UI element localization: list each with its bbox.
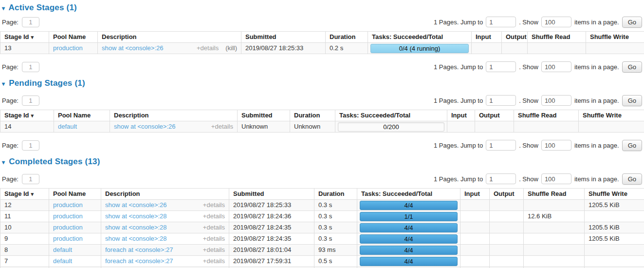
col-header-shuffle-write[interactable]: Shuffle Write bbox=[585, 189, 644, 200]
pending-stages-heading[interactable]: ▾ Pending Stages (1) bbox=[2, 78, 642, 88]
go-button[interactable]: Go bbox=[622, 61, 642, 73]
items-per-page-input[interactable] bbox=[541, 61, 571, 72]
pool-name-link[interactable]: default bbox=[53, 257, 72, 265]
completed-stages-heading[interactable]: ▾ Completed Stages (13) bbox=[2, 157, 642, 167]
pool-name-link[interactable]: default bbox=[58, 123, 77, 130]
items-per-page-input[interactable] bbox=[541, 140, 571, 151]
details-toggle-link[interactable]: +details bbox=[203, 247, 225, 253]
page-number-input[interactable] bbox=[22, 174, 39, 184]
col-header-stage-id[interactable]: Stage Id▾ bbox=[0, 110, 54, 121]
col-header-stage-id[interactable]: Stage Id▾ bbox=[0, 189, 49, 200]
stage-description-link[interactable]: show at <console>:28 bbox=[105, 224, 166, 231]
shuffle-write-cell bbox=[585, 245, 644, 256]
col-header-duration[interactable]: Duration bbox=[290, 110, 335, 121]
go-button[interactable]: Go bbox=[622, 95, 642, 106]
go-button[interactable]: Go bbox=[622, 173, 642, 185]
col-header-shuffle-write[interactable]: Shuffle Write bbox=[579, 110, 644, 121]
details-toggle-link[interactable]: +details bbox=[203, 202, 225, 209]
page-number-input[interactable] bbox=[22, 96, 39, 106]
jump-to-input[interactable] bbox=[486, 61, 516, 72]
input-cell bbox=[460, 245, 490, 256]
submitted-cell: 2019/08/27 18:25:33 bbox=[241, 43, 326, 54]
col-header-shuffle-read[interactable]: Shuffle Read bbox=[514, 110, 579, 121]
items-text: items in a page. bbox=[574, 63, 619, 71]
page-number-input[interactable] bbox=[22, 140, 39, 151]
details-toggle-link[interactable]: +details bbox=[203, 258, 225, 265]
output-cell bbox=[490, 211, 524, 222]
col-header-pool-name[interactable]: Pool Name bbox=[49, 189, 101, 200]
details-toggle-link[interactable]: +details bbox=[203, 224, 225, 231]
items-per-page-input[interactable] bbox=[541, 95, 571, 106]
page-label: Page: bbox=[2, 19, 18, 26]
jump-to-input[interactable] bbox=[486, 95, 516, 106]
items-text: items in a page. bbox=[574, 175, 619, 183]
col-header-output[interactable]: Output bbox=[475, 110, 514, 121]
table-row: 8 default foreach at <console>:27 +detai… bbox=[0, 245, 644, 256]
col-header-output[interactable]: Output bbox=[502, 32, 528, 43]
stage-id-cell: 7 bbox=[0, 256, 49, 267]
col-header-shuffle-read[interactable]: Shuffle Read bbox=[528, 32, 586, 43]
jump-to-input[interactable] bbox=[486, 17, 516, 27]
output-cell bbox=[490, 222, 524, 233]
duration-cell: 0.3 s bbox=[314, 222, 357, 233]
details-toggle-link[interactable]: +details bbox=[203, 235, 225, 242]
submitted-cell: 2019/08/27 18:25:33 bbox=[229, 200, 314, 211]
col-header-pool-name[interactable]: Pool Name bbox=[49, 32, 98, 43]
col-header-pool-name[interactable]: Pool Name bbox=[54, 110, 110, 121]
input-cell bbox=[460, 200, 490, 211]
col-header-tasks[interactable]: Tasks: Succeeded/Total bbox=[335, 110, 447, 121]
jump-to-input[interactable] bbox=[486, 140, 516, 151]
details-toggle-link[interactable]: +details bbox=[203, 213, 225, 220]
collapse-arrow-icon: ▾ bbox=[2, 159, 5, 166]
kill-stage-link[interactable]: (kill) bbox=[225, 45, 237, 52]
col-header-submitted[interactable]: Submitted bbox=[229, 189, 314, 200]
col-header-duration[interactable]: Duration bbox=[326, 32, 368, 43]
col-header-shuffle-write[interactable]: Shuffle Write bbox=[586, 32, 644, 43]
col-header-stage-id[interactable]: Stage Id▾ bbox=[0, 32, 49, 43]
pending-pagination-bottom: Page: 1 Pages. Jump to . Show items in a… bbox=[2, 140, 642, 151]
shuffle-write-cell bbox=[585, 256, 644, 267]
details-toggle-link[interactable]: +details bbox=[211, 123, 233, 130]
col-header-duration[interactable]: Duration bbox=[314, 189, 357, 200]
input-cell bbox=[460, 256, 490, 267]
pool-name-link[interactable]: production bbox=[53, 224, 83, 231]
stage-description-link[interactable]: foreach at <console>:27 bbox=[105, 258, 173, 265]
stage-description-link[interactable]: show at <console>:26 bbox=[114, 123, 175, 130]
pool-name-link[interactable]: default bbox=[53, 246, 72, 253]
active-stages-heading[interactable]: ▾ Active Stages (1) bbox=[2, 3, 642, 13]
pool-name-link[interactable]: production bbox=[53, 201, 83, 209]
items-per-page-input[interactable] bbox=[541, 17, 571, 27]
page-number-input[interactable] bbox=[22, 17, 39, 27]
col-header-tasks[interactable]: Tasks: Succeeded/Total bbox=[357, 189, 460, 200]
col-header-description[interactable]: Description bbox=[98, 32, 241, 43]
stage-description-link[interactable]: show at <console>:28 bbox=[105, 235, 166, 242]
stage-description-link[interactable]: show at <console>:26 bbox=[105, 202, 166, 209]
stage-description-link[interactable]: foreach at <console>:27 bbox=[105, 247, 173, 253]
col-header-submitted[interactable]: Submitted bbox=[241, 32, 326, 43]
stage-description-link[interactable]: show at <console>:28 bbox=[105, 213, 166, 220]
pool-name-link[interactable]: production bbox=[53, 235, 83, 242]
stage-id-cell: 8 bbox=[0, 245, 49, 256]
jump-to-input[interactable] bbox=[486, 173, 516, 184]
col-header-description[interactable]: Description bbox=[101, 189, 229, 200]
details-toggle-link[interactable]: +details bbox=[197, 45, 219, 52]
stage-description-link[interactable]: show at <console>:26 bbox=[102, 45, 163, 52]
col-header-output[interactable]: Output bbox=[490, 189, 524, 200]
col-header-shuffle-read[interactable]: Shuffle Read bbox=[524, 189, 585, 200]
table-row: 14 default show at <console>:26 +details… bbox=[0, 121, 644, 133]
col-header-input[interactable]: Input bbox=[447, 110, 475, 121]
col-header-input[interactable]: Input bbox=[460, 189, 490, 200]
col-header-submitted[interactable]: Submitted bbox=[238, 110, 290, 121]
pool-name-link[interactable]: production bbox=[53, 212, 83, 220]
col-header-tasks[interactable]: Tasks: Succeeded/Total bbox=[368, 32, 472, 43]
items-per-page-input[interactable] bbox=[541, 173, 571, 184]
page-number-input[interactable] bbox=[22, 62, 39, 72]
pool-name-link[interactable]: production bbox=[53, 44, 83, 52]
col-header-description[interactable]: Description bbox=[110, 110, 238, 121]
go-button[interactable]: Go bbox=[622, 17, 642, 28]
input-cell bbox=[447, 121, 475, 133]
shuffle-read-cell bbox=[524, 233, 585, 245]
go-button[interactable]: Go bbox=[622, 140, 642, 151]
col-header-input[interactable]: Input bbox=[472, 32, 502, 43]
duration-cell: 0.5 s bbox=[314, 256, 357, 267]
